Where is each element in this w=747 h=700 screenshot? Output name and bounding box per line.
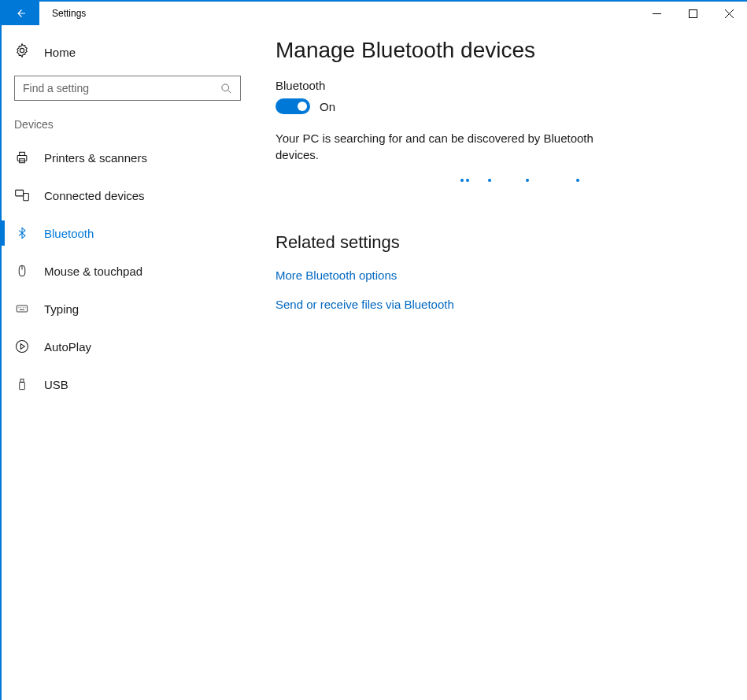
sidebar-item-usb[interactable]: USB (2, 365, 253, 403)
svg-rect-3 (17, 156, 27, 161)
minimize-button[interactable] (638, 2, 675, 25)
sidebar-item-label: Connected devices (44, 189, 145, 202)
svg-point-10 (17, 341, 28, 353)
svg-rect-9 (17, 306, 27, 312)
connected-devices-icon (14, 187, 30, 203)
link-send-receive-files[interactable]: Send or receive files via Bluetooth (276, 298, 725, 311)
sidebar: Home Devices Printers & scanners C (2, 25, 253, 700)
sidebar-home[interactable]: Home (2, 36, 253, 76)
usb-icon (14, 376, 30, 392)
close-button[interactable] (711, 2, 747, 25)
keyboard-icon (14, 302, 30, 315)
bluetooth-status-text: Your PC is searching for and can be disc… (276, 130, 606, 163)
sidebar-item-label: Bluetooth (44, 227, 94, 240)
gear-icon (14, 43, 30, 61)
svg-rect-7 (24, 194, 29, 201)
link-more-bluetooth-options[interactable]: More Bluetooth options (276, 269, 725, 282)
svg-point-1 (20, 48, 24, 52)
page-title: Manage Bluetooth devices (276, 38, 725, 63)
sidebar-item-label: Typing (44, 302, 79, 316)
bluetooth-icon (14, 225, 30, 241)
sidebar-item-printers[interactable]: Printers & scanners (2, 139, 253, 176)
sidebar-item-mouse[interactable]: Mouse & touchpad (2, 252, 253, 290)
sidebar-group-label: Devices (2, 118, 253, 139)
related-heading: Related settings (276, 232, 725, 253)
mouse-icon (14, 263, 30, 279)
sidebar-item-bluetooth[interactable]: Bluetooth (2, 214, 253, 252)
sidebar-item-typing[interactable]: Typing (2, 290, 253, 328)
search-input[interactable] (23, 82, 220, 94)
back-arrow-icon (13, 6, 28, 20)
sidebar-item-autoplay[interactable]: AutoPlay (2, 328, 253, 365)
svg-rect-0 (689, 9, 697, 17)
maximize-icon (689, 9, 697, 18)
search-icon (220, 83, 232, 94)
svg-rect-6 (16, 190, 24, 196)
back-button[interactable] (2, 2, 39, 25)
svg-point-2 (222, 83, 229, 91)
autoplay-icon (14, 339, 30, 354)
sidebar-item-label: Mouse & touchpad (44, 265, 142, 278)
minimize-icon (653, 9, 661, 18)
related-settings: Related settings More Bluetooth options … (276, 232, 725, 311)
search-box[interactable] (14, 76, 241, 101)
maximize-button[interactable] (675, 2, 711, 25)
sidebar-item-label: USB (44, 378, 68, 391)
svg-rect-4 (20, 152, 25, 155)
svg-rect-12 (20, 382, 25, 389)
printer-icon (14, 150, 30, 165)
window-controls (638, 2, 747, 25)
bluetooth-toggle[interactable] (276, 98, 310, 114)
svg-rect-11 (20, 379, 24, 382)
sidebar-item-label: AutoPlay (44, 340, 91, 354)
sidebar-item-label: Printers & scanners (44, 151, 147, 165)
home-label: Home (44, 46, 76, 59)
bluetooth-toggle-state: On (320, 100, 335, 113)
bluetooth-toggle-label: Bluetooth (276, 79, 725, 92)
sidebar-item-connected-devices[interactable]: Connected devices (2, 176, 253, 214)
title-bar: Settings (2, 2, 747, 25)
window-title: Settings (39, 2, 86, 25)
progress-indicator (276, 169, 725, 193)
close-icon (725, 9, 734, 18)
main-panel: Manage Bluetooth devices Bluetooth On Yo… (253, 25, 747, 700)
